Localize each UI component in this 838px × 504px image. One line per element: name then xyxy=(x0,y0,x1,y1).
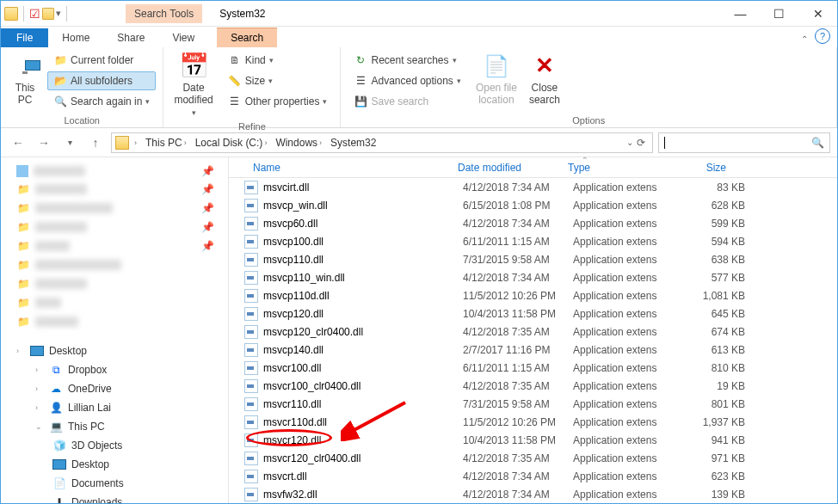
folder-icon xyxy=(16,165,28,177)
dll-file-icon xyxy=(244,307,258,321)
quick-access-item[interactable]: 📁📌 xyxy=(1,237,228,255)
file-row[interactable]: msvcp140.dll2/7/2017 11:16 PMApplication… xyxy=(229,341,837,359)
nav-3dobjects[interactable]: 🧊3D Objects xyxy=(1,436,228,455)
other-properties-button[interactable]: ☰Other properties xyxy=(222,92,334,111)
search-icon[interactable]: 🔍 xyxy=(811,137,824,149)
file-name: msvcr110d.dll xyxy=(263,416,463,428)
file-row[interactable]: msvcp120.dll10/4/2013 11:58 PMApplicatio… xyxy=(229,304,837,323)
nav-dropbox[interactable]: ›⧉Dropbox xyxy=(1,360,228,379)
nav-thispc[interactable]: ⌄💻This PC xyxy=(1,417,228,436)
help-button[interactable]: ? xyxy=(815,28,830,44)
recent-searches-button[interactable]: ↻Recent searches xyxy=(348,51,466,70)
file-row[interactable]: msvcp110_win.dll4/12/2018 7:34 AMApplica… xyxy=(229,268,837,286)
quick-access-item[interactable]: 📁 xyxy=(1,293,228,312)
quick-access-item[interactable]: 📌 xyxy=(1,163,228,180)
file-list-pane[interactable]: Name Date modified Type Size ⌃ msvcirt.d… xyxy=(229,157,837,503)
column-name[interactable]: Name xyxy=(229,162,451,174)
quick-access-item[interactable]: 📁 xyxy=(1,255,228,274)
column-date[interactable]: Date modified xyxy=(451,162,561,174)
nav-desktop2[interactable]: Desktop xyxy=(1,455,228,474)
crumb-windows[interactable]: Windows› xyxy=(272,137,325,149)
nav-documents[interactable]: 📄Documents xyxy=(1,474,228,493)
crumb-root[interactable]: › xyxy=(131,138,140,147)
file-row[interactable]: msvcp_win.dll6/15/2018 1:08 PMApplicatio… xyxy=(229,196,837,214)
column-type[interactable]: Type xyxy=(561,162,664,174)
file-row[interactable]: msvcrt.dll4/12/2018 7:34 AMApplication e… xyxy=(229,467,837,485)
this-pc-button[interactable]: This PC xyxy=(8,51,42,108)
tab-view[interactable]: View xyxy=(158,28,208,47)
file-row[interactable]: msvcr100_clr0400.dll4/12/2018 7:35 AMApp… xyxy=(229,377,837,395)
maximize-button[interactable]: ☐ xyxy=(760,2,798,26)
address-bar[interactable]: › This PC› Local Disk (C:)› Windows› Sys… xyxy=(111,132,653,153)
crumb-system32[interactable]: System32 xyxy=(327,137,379,149)
tab-file[interactable]: File xyxy=(1,28,48,47)
dropbox-icon: ⧉ xyxy=(49,363,63,377)
file-name: msvcp_win.dll xyxy=(263,200,463,212)
size-button[interactable]: 📏Size xyxy=(222,71,334,90)
file-date: 4/12/2018 7:34 AM xyxy=(463,181,573,194)
file-row[interactable]: msvcp120_clr0400.dll4/12/2018 7:35 AMApp… xyxy=(229,323,837,341)
window-title: System32 xyxy=(202,8,721,20)
current-folder-button[interactable]: 📁Current folder xyxy=(47,51,156,70)
quick-access-item[interactable]: 📁📌 xyxy=(1,199,228,218)
kind-button[interactable]: 🗎Kind xyxy=(222,51,334,70)
date-modified-button[interactable]: 📅 Date modified ▾ xyxy=(170,51,216,120)
tab-search[interactable]: Search xyxy=(217,28,277,47)
file-row[interactable]: msvcr110d.dll11/5/2012 10:26 PMApplicati… xyxy=(229,413,837,431)
chevron-right-icon[interactable]: › xyxy=(16,347,25,355)
column-size[interactable]: Size xyxy=(664,162,733,174)
dll-file-icon xyxy=(244,199,258,212)
file-row[interactable]: msvcr120_clr0400.dll4/12/2018 7:35 AMApp… xyxy=(229,449,837,467)
app-icon[interactable] xyxy=(4,7,18,21)
file-row[interactable]: msvcp100.dll6/11/2011 1:15 AMApplication… xyxy=(229,232,837,250)
tab-share[interactable]: Share xyxy=(103,28,158,47)
nav-desktop[interactable]: ›Desktop xyxy=(1,341,228,360)
navigation-pane[interactable]: 📌 📁📌 📁📌 📁📌 📁📌 📁 📁 📁 📁 ›Desktop ›⧉Dropbox… xyxy=(1,157,229,503)
file-row[interactable]: msvcr110.dll7/31/2015 9:58 AMApplication… xyxy=(229,395,837,413)
tab-home[interactable]: Home xyxy=(48,28,103,47)
file-row[interactable]: msvcr100.dll6/11/2011 1:15 AMApplication… xyxy=(229,359,837,377)
save-search-button[interactable]: 💾Save search xyxy=(348,92,466,111)
refresh-icon[interactable]: ⟳ xyxy=(637,137,645,149)
pc-icon: 💻 xyxy=(49,420,63,433)
nav-downloads[interactable]: ⬇Downloads xyxy=(1,493,228,503)
file-row[interactable]: msvcp60.dll4/12/2018 7:34 AMApplication … xyxy=(229,214,837,232)
crumb-localdisk[interactable]: Local Disk (C:)› xyxy=(192,137,271,149)
advanced-options-button[interactable]: ☰Advanced options xyxy=(348,71,466,90)
quick-access-item[interactable]: 📁📌 xyxy=(1,180,228,199)
collapse-ribbon-icon[interactable]: ⌃ xyxy=(801,34,808,44)
file-row[interactable]: msvfw32.dll4/12/2018 7:34 AMApplication … xyxy=(229,485,837,503)
open-file-location-button[interactable]: 📄 Open file location xyxy=(472,51,521,108)
nav-label: Desktop xyxy=(71,458,109,470)
forward-button[interactable]: → xyxy=(34,132,54,153)
qat-dropdown-icon[interactable]: ▾ xyxy=(56,8,61,19)
search-box[interactable]: 🔍 xyxy=(658,132,830,153)
qat-newfolder-icon[interactable] xyxy=(42,8,54,20)
all-subfolders-button[interactable]: 📂All subfolders xyxy=(47,71,156,90)
close-button[interactable]: ✕ xyxy=(798,2,837,26)
qat-properties-icon[interactable]: ☑ xyxy=(29,7,40,21)
chevron-down-icon[interactable]: ⌄ xyxy=(35,422,44,431)
back-button[interactable]: ← xyxy=(8,132,28,153)
minimize-button[interactable]: — xyxy=(721,2,760,26)
file-size: 628 KB xyxy=(676,200,745,212)
nav-onedrive[interactable]: ›☁OneDrive xyxy=(1,379,228,398)
search-again-button[interactable]: 🔍Search again in xyxy=(47,92,156,111)
address-dropdown-icon[interactable]: ⌄ xyxy=(626,138,633,147)
history-dropdown[interactable]: ▾ xyxy=(59,132,80,153)
quick-access-item[interactable]: 📁📌 xyxy=(1,218,228,237)
quick-access-item[interactable]: 📁 xyxy=(1,312,228,331)
search-input[interactable] xyxy=(665,137,811,149)
file-date: 10/4/2013 11:58 PM xyxy=(463,434,573,446)
crumb-thispc[interactable]: This PC› xyxy=(142,137,190,149)
up-button[interactable]: ↑ xyxy=(85,132,106,153)
file-row[interactable]: msvcirt.dll4/12/2018 7:34 AMApplication … xyxy=(229,178,837,196)
quick-access-item[interactable]: 📁 xyxy=(1,274,228,293)
file-name: msvcr120_clr0400.dll xyxy=(263,452,463,464)
kind-label: Kind xyxy=(245,54,266,66)
file-row[interactable]: msvcr120.dll10/4/2013 11:58 PMApplicatio… xyxy=(229,431,837,449)
nav-user[interactable]: ›👤Lillian Lai xyxy=(1,398,228,417)
file-row[interactable]: msvcp110.dll7/31/2015 9:58 AMApplication… xyxy=(229,250,837,268)
close-search-button[interactable]: ✕ Close search xyxy=(526,51,564,108)
file-row[interactable]: msvcp110d.dll11/5/2012 10:26 PMApplicati… xyxy=(229,286,837,304)
